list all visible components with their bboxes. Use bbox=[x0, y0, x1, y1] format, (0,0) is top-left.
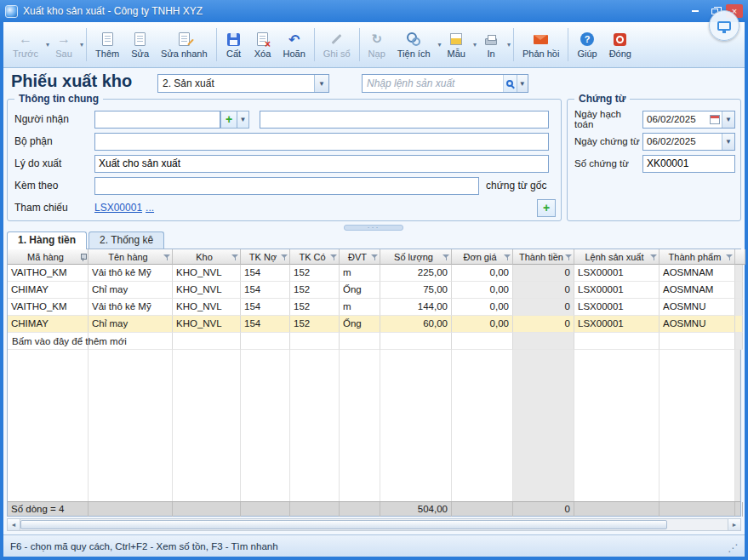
grid-cell[interactable]: LSX00001 bbox=[574, 299, 659, 316]
grid-cell[interactable]: AOSMNU bbox=[659, 316, 735, 333]
posting-date-caret[interactable]: ▼ bbox=[722, 111, 734, 128]
filter-icon[interactable] bbox=[565, 254, 572, 261]
reference-more-link[interactable]: ... bbox=[146, 202, 154, 214]
grid-cell[interactable]: Ống bbox=[340, 316, 380, 333]
grid-cell[interactable]: KHO_NVL bbox=[173, 282, 241, 299]
column-header-so-luong[interactable]: Số lượng bbox=[380, 249, 452, 265]
recipient-dropdown-caret[interactable]: ▼ bbox=[237, 111, 249, 129]
grid-cell[interactable]: Chỉ may bbox=[89, 316, 173, 333]
scrollbar-thumb[interactable] bbox=[20, 520, 667, 529]
grid-cell[interactable]: m bbox=[340, 265, 380, 282]
reload-button[interactable]: ↻ Nạp bbox=[363, 25, 391, 65]
grid-cell[interactable]: LSX00001 bbox=[574, 265, 659, 282]
grid-cell[interactable] bbox=[380, 333, 452, 350]
utilities-dropdown-caret[interactable]: ▾ bbox=[438, 41, 442, 49]
posting-date-field[interactable]: 06/02/2025 ▼ bbox=[642, 111, 735, 129]
help-button[interactable]: ? Giúp bbox=[571, 25, 602, 65]
table-row[interactable]: VAITHO_KM Vải thô kẻ Mỹ KHO_NVL 154 152 … bbox=[8, 299, 740, 316]
column-header-lenh-san-xuat[interactable]: Lệnh sản xuất bbox=[574, 249, 659, 265]
resize-grip[interactable] bbox=[728, 541, 738, 551]
minimize-button[interactable] bbox=[687, 4, 704, 18]
grid-cell[interactable]: 0 bbox=[513, 265, 574, 282]
grid-cell[interactable]: 0,00 bbox=[452, 299, 513, 316]
grid-cell[interactable]: 225,00 bbox=[380, 265, 452, 282]
export-reason-field[interactable] bbox=[94, 155, 549, 173]
back-button[interactable]: ← Trước bbox=[7, 25, 44, 65]
grid-cell[interactable]: Chỉ may bbox=[89, 282, 173, 299]
filter-icon[interactable] bbox=[231, 254, 238, 261]
column-header-dvt[interactable]: ĐVT bbox=[340, 249, 380, 265]
post-button[interactable]: Ghi sổ bbox=[317, 25, 357, 65]
add-new-row[interactable]: Bấm vào đây để thêm mới bbox=[8, 333, 740, 350]
grid-cell[interactable]: 152 bbox=[290, 316, 340, 333]
calendar-icon[interactable] bbox=[710, 115, 720, 124]
grid-cell[interactable]: 0 bbox=[513, 282, 574, 299]
recipient-name-field[interactable] bbox=[260, 111, 549, 129]
undo-button[interactable]: ↶ Hoãn bbox=[277, 25, 311, 65]
add-recipient-button[interactable]: + bbox=[220, 111, 237, 129]
horizontal-scrollbar[interactable]: ◄ ► bbox=[7, 518, 741, 531]
add-reference-button[interactable]: + bbox=[537, 199, 556, 217]
column-header-tk-co[interactable]: TK Có bbox=[290, 249, 340, 265]
grid-cell[interactable]: Vải thô kẻ Mỹ bbox=[89, 299, 173, 316]
tab-hang-tien[interactable]: 1. Hàng tiền bbox=[7, 231, 87, 249]
grid-cell[interactable]: 75,00 bbox=[380, 282, 452, 299]
filter-icon[interactable] bbox=[443, 254, 449, 261]
close-form-button[interactable]: Đóng bbox=[603, 25, 637, 65]
scroll-left-arrow[interactable]: ◄ bbox=[8, 519, 20, 530]
search-button[interactable] bbox=[503, 75, 517, 92]
grid-cell[interactable]: AOSMNAM bbox=[659, 282, 735, 299]
grid-cell[interactable]: 0 bbox=[513, 299, 574, 316]
grid-cell[interactable]: CHIMAY bbox=[8, 316, 89, 333]
grid-cell[interactable]: 152 bbox=[290, 282, 340, 299]
filter-icon[interactable] bbox=[330, 254, 337, 261]
pin-icon[interactable] bbox=[80, 254, 86, 260]
filter-icon[interactable] bbox=[504, 254, 511, 261]
next-button[interactable]: → Sau bbox=[49, 25, 78, 65]
column-header-ma-hang[interactable]: Mã hàng bbox=[8, 249, 89, 265]
grid-cell[interactable]: 0,00 bbox=[452, 316, 513, 333]
column-header-don-gia[interactable]: Đơn giá bbox=[452, 249, 513, 265]
column-header-thanh-pham[interactable]: Thành phẩm bbox=[659, 249, 735, 265]
grid-cell[interactable]: 0,00 bbox=[452, 282, 513, 299]
add-button[interactable]: Thêm bbox=[89, 25, 125, 65]
grid-cell[interactable]: LSX00001 bbox=[574, 282, 659, 299]
add-new-row-text[interactable]: Bấm vào đây để thêm mới bbox=[12, 333, 127, 350]
table-row-selected[interactable]: CHIMAY Chỉ may KHO_NVL 154 152 Ống 60,00… bbox=[8, 316, 740, 333]
filter-icon[interactable] bbox=[163, 254, 170, 261]
document-date-field[interactable]: 06/02/2025 ▼ bbox=[642, 133, 735, 151]
delete-button[interactable]: Xóa bbox=[248, 25, 277, 65]
print-dropdown-caret[interactable]: ▾ bbox=[507, 41, 511, 49]
grid-cell[interactable]: 152 bbox=[290, 265, 340, 282]
table-row[interactable]: CHIMAY Chỉ may KHO_NVL 154 152 Ống 75,00… bbox=[8, 282, 740, 299]
grid-cell[interactable]: AOSMNAM bbox=[659, 265, 735, 282]
grid-cell[interactable] bbox=[290, 333, 340, 350]
filter-icon[interactable] bbox=[726, 254, 733, 261]
template-button[interactable]: Mẫu bbox=[442, 25, 471, 65]
screen-capture-overlay-icon[interactable] bbox=[709, 10, 739, 41]
column-header-kho[interactable]: Kho bbox=[173, 249, 241, 265]
recipient-code-field[interactable] bbox=[94, 111, 220, 129]
grid-cell[interactable]: m bbox=[340, 299, 380, 316]
grid-cell[interactable]: 154 bbox=[241, 299, 290, 316]
grid-cell[interactable] bbox=[574, 333, 659, 350]
grid-cell[interactable]: 60,00 bbox=[380, 316, 452, 333]
grid-cell[interactable]: 0 bbox=[513, 316, 574, 333]
search-dropdown-caret[interactable]: ▼ bbox=[517, 75, 528, 92]
grid-cell[interactable]: Vải thô kẻ Mỹ bbox=[89, 265, 173, 282]
grid-cell[interactable]: KHO_NVL bbox=[173, 299, 241, 316]
splitter-handle[interactable]: ··· bbox=[344, 225, 403, 231]
grid-cell[interactable]: 154 bbox=[241, 265, 290, 282]
grid-cell[interactable] bbox=[173, 333, 241, 350]
reference-link[interactable]: LSX00001 bbox=[94, 202, 142, 214]
grid-cell[interactable] bbox=[659, 333, 735, 350]
print-button[interactable]: In bbox=[477, 25, 505, 65]
attachment-field[interactable] bbox=[94, 177, 479, 195]
department-field[interactable] bbox=[94, 133, 549, 151]
grid-cell[interactable]: 154 bbox=[241, 316, 290, 333]
grid-cell[interactable]: KHO_NVL bbox=[173, 316, 241, 333]
edit-button[interactable]: Sửa bbox=[125, 25, 155, 65]
next-dropdown-caret[interactable]: ▾ bbox=[80, 41, 83, 49]
chevron-down-icon[interactable]: ▼ bbox=[314, 75, 328, 92]
document-number-field[interactable] bbox=[642, 155, 735, 173]
